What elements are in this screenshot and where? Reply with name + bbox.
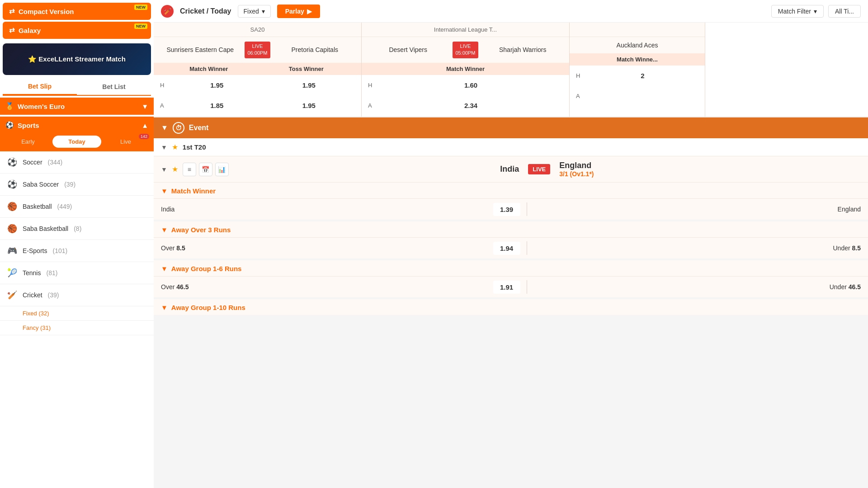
ilt-a-match-winner-odd[interactable]: 2.34 [380, 99, 562, 112]
fancy-subitem[interactable]: Fancy (31) [0, 321, 154, 335]
chart-icon[interactable]: 📊 [215, 163, 229, 176]
sa20-home-team: Sunrisers Eastern Cape [160, 46, 240, 53]
today-tab[interactable]: Today [52, 136, 101, 148]
promo-banner: ⭐ ExceLLent Streamer Match [3, 43, 151, 75]
sport-item-saba-basketball[interactable]: 🏀 Saba Basketball (8) [0, 218, 154, 240]
live-badge: LIVE [528, 164, 550, 174]
divider2 [527, 241, 527, 255]
sa20-odds-h-row: H 1.95 1.95 [154, 75, 361, 95]
sports-icon: ⚽ [5, 121, 14, 129]
over-465-label: Over 46.5 [161, 283, 489, 291]
match-collapse-button[interactable]: ▼ [161, 144, 167, 151]
auckland-a-odd[interactable] [588, 89, 698, 103]
galaxy-button[interactable]: ⇄ Galaxy NEW [3, 22, 151, 39]
parlay-label: Parlay [285, 8, 304, 15]
event-chevron-button[interactable]: ▼ [161, 124, 168, 132]
details-star-icon[interactable]: ★ [172, 165, 178, 174]
sport-cricket-count: (39) [48, 291, 59, 299]
auckland-league-header [570, 23, 705, 37]
early-tab[interactable]: Early [4, 136, 52, 148]
fixed-dropdown[interactable]: Fixed ▾ [238, 5, 271, 18]
auckland-match-winner-header: Match Winne... [576, 56, 698, 63]
period-tabs: Early Today Live 142 [0, 134, 154, 151]
live-tab[interactable]: Live 142 [101, 136, 150, 148]
saba-soccer-icon: ⚽ [6, 178, 18, 190]
sa20-toss-winner-header: Toss Winner [258, 66, 355, 72]
clock-icon: ⏱ [173, 122, 184, 134]
match-winner-chevron: ▼ [161, 187, 168, 195]
ilt-teams: Desert Vipers LIVE 05:00PM Sharjah Warri… [362, 37, 569, 63]
away-over-3-section: ▼ Away Over 3 Runs Over 8.5 1.94 Under 8… [154, 221, 868, 258]
ilt-match-winner-header: Match Winner [368, 66, 563, 72]
sa20-away-team: Pretoria Capitals [275, 46, 355, 53]
england-team: England [559, 161, 591, 170]
live-count-badge: 142 [139, 134, 149, 139]
sa20-a-label: A [160, 102, 171, 109]
away-over-3-header[interactable]: ▼ Away Over 3 Runs [154, 221, 868, 237]
cricket-header-icon: 🏏 [161, 5, 174, 18]
bet-slip-tab[interactable]: Bet Slip [3, 79, 77, 95]
sports-section[interactable]: ⚽ Sports ▲ [0, 117, 154, 134]
calendar-icon[interactable]: 📅 [199, 163, 212, 176]
ilt-status: LIVE [455, 43, 475, 50]
scorecard-icon[interactable]: ≡ [183, 163, 196, 176]
under-85-label: Under 8.5 [533, 244, 861, 252]
match-filter-chevron: ▾ [814, 8, 817, 15]
match-winner-header[interactable]: ▼ Match Winner [154, 183, 868, 198]
bet-list-tab[interactable]: Bet List [77, 79, 151, 95]
away-group-1-6-header[interactable]: ▼ Away Group 1-6 Runs [154, 260, 868, 276]
match-title-row: ▼ ★ 1st T20 [154, 138, 868, 156]
sport-basketball-count: (449) [57, 203, 72, 210]
ilt-away-team: Sharjah Warriors [483, 46, 563, 53]
sport-soccer-name: Soccer [23, 159, 42, 166]
fancy-subitem-label: Fancy (31) [23, 324, 51, 331]
saba-basketball-icon: 🏀 [6, 223, 18, 235]
sport-item-tennis[interactable]: 🎾 Tennis (81) [0, 262, 154, 284]
sport-item-soccer[interactable]: ⚽ Soccer (344) [0, 151, 154, 174]
details-collapse-button[interactable]: ▼ [161, 166, 167, 173]
over-465-odd[interactable]: 1.91 [493, 281, 520, 294]
match-title: 1st T20 [183, 143, 206, 151]
sport-item-cricket[interactable]: 🏏 Cricket (39) [0, 284, 154, 306]
over-85-odd[interactable]: 1.94 [493, 242, 520, 255]
auckland-h-odd[interactable]: 2 [588, 69, 698, 82]
womens-euro-section[interactable]: 🏅 Women's Euro ▼ [0, 98, 154, 115]
sport-basketball-name: Basketball [23, 203, 52, 210]
ilt-h-match-winner-odd[interactable]: 1.60 [380, 79, 562, 92]
sa20-h-match-winner-odd[interactable]: 1.95 [172, 79, 262, 92]
all-time-button[interactable]: All Ti... [828, 5, 861, 18]
sport-item-esports[interactable]: 🎮 E-Sports (101) [0, 240, 154, 262]
ilt-h-label: H [368, 82, 379, 89]
fixed-subitem[interactable]: Fixed (32) [0, 306, 154, 321]
sidebar-top-buttons: ⇄ Compact Version NEW ⇄ Galaxy NEW [0, 0, 154, 42]
compact-version-button[interactable]: ⇄ Compact Version NEW [3, 3, 151, 20]
sa20-a-match-winner-odd[interactable]: 1.85 [172, 99, 262, 112]
parlay-button[interactable]: Parlay ▶ [277, 5, 320, 18]
sa20-h-toss-winner-odd[interactable]: 1.95 [264, 79, 354, 92]
england-score: 3/1 (Ov1.1*) [559, 170, 594, 178]
away-over-3-row: Over 8.5 1.94 Under 8.5 [154, 237, 868, 258]
sports-chevron: ▲ [142, 122, 148, 129]
away-group-1-10-header[interactable]: ▼ Away Group 1-10 Runs [154, 299, 868, 315]
sa20-league-header: SA20 [154, 23, 361, 37]
match-filter-button[interactable]: Match Filter ▾ [771, 5, 824, 18]
match-card-ilt: International League T... Desert Vipers … [362, 23, 570, 117]
sport-saba-basketball-count: (8) [74, 225, 81, 232]
sa20-a-toss-winner-odd[interactable]: 1.95 [264, 99, 354, 112]
sidebar: ⇄ Compact Version NEW ⇄ Galaxy NEW ⭐ Exc… [0, 0, 154, 488]
sport-item-basketball[interactable]: 🏀 Basketball (449) [0, 196, 154, 218]
ilt-odds-header: Match Winner [362, 63, 569, 75]
india-match-winner-odd[interactable]: 1.39 [493, 203, 520, 216]
cricket-icon: 🏏 [6, 289, 18, 301]
sport-item-saba-soccer[interactable]: ⚽ Saba Soccer (39) [0, 174, 154, 196]
new-badge: NEW [134, 5, 147, 10]
sports-label: Sports [18, 122, 39, 129]
soccer-icon: ⚽ [6, 156, 18, 168]
match-winner-label: Match Winner [171, 187, 216, 195]
divider3 [527, 280, 527, 294]
event-label: Event [189, 124, 209, 132]
ilt-a-label: A [368, 102, 379, 109]
match-star-icon[interactable]: ★ [172, 143, 178, 151]
fixed-dropdown-chevron: ▾ [262, 8, 265, 15]
breadcrumb: Cricket / Today [180, 7, 231, 15]
